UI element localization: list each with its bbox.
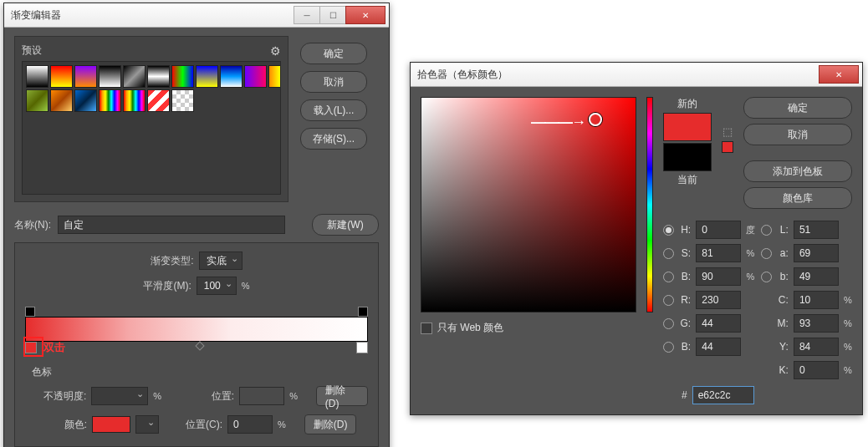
load-button[interactable]: 载入(L)... — [300, 99, 367, 121]
hash-label: # — [682, 389, 687, 401]
new-label: 新的 — [677, 97, 697, 111]
save-button[interactable]: 存储(S)... — [300, 128, 367, 150]
m-input[interactable] — [794, 314, 839, 333]
preset-swatch[interactable] — [50, 65, 73, 88]
preset-swatch[interactable] — [147, 65, 170, 88]
s-input[interactable] — [696, 244, 741, 262]
radio-bb[interactable] — [761, 272, 772, 282]
preset-panel: 预设 ⚙ — [14, 36, 288, 202]
posc-input[interactable] — [227, 415, 273, 434]
cp-ok-button[interactable]: 确定 — [743, 97, 852, 119]
h-input[interactable] — [696, 221, 741, 239]
cancel-button[interactable]: 取消 — [300, 71, 367, 93]
opacity-label: 不透明度: — [40, 389, 86, 404]
opacity-stop-left[interactable] — [25, 307, 35, 317]
opacity-stop-right[interactable] — [358, 307, 368, 317]
smooth-dropdown[interactable]: 100 — [197, 277, 237, 295]
web-only-checkbox[interactable] — [421, 323, 432, 334]
close-button[interactable]: ✕ — [345, 6, 385, 24]
maximize-button[interactable]: ☐ — [319, 6, 346, 24]
color-library-button[interactable]: 颜色库 — [743, 187, 852, 209]
minimize-button[interactable]: ─ — [294, 6, 320, 24]
radio-g[interactable] — [663, 318, 674, 329]
cur-label: 当前 — [677, 173, 697, 187]
window-title: 渐变编辑器 — [11, 8, 294, 23]
preset-scroll[interactable] — [22, 61, 281, 195]
gradient-bar[interactable]: 双击 — [25, 317, 368, 342]
cp-title: 拾色器（色标颜色） — [417, 68, 819, 82]
c-input[interactable] — [794, 291, 839, 309]
name-label: 名称(N): — [14, 218, 51, 232]
gamut-swatch[interactable] — [722, 141, 733, 153]
preset-swatch[interactable] — [99, 89, 121, 112]
bv-input[interactable] — [696, 338, 741, 356]
cp-cancel-button[interactable]: 取消 — [743, 124, 852, 145]
posc-label: 位置(C): — [176, 418, 222, 432]
radio-bv[interactable] — [663, 342, 674, 353]
cp-titlebar[interactable]: 拾色器（色标颜色） ✕ — [411, 63, 862, 87]
hue-strip[interactable] — [646, 97, 653, 312]
pos-label: 位置: — [188, 389, 234, 404]
radio-r[interactable] — [663, 295, 674, 306]
stops-label: 色标 — [32, 365, 368, 379]
opacity-input — [91, 387, 148, 405]
ok-button[interactable]: 确定 — [300, 43, 367, 64]
preset-label: 预设 — [22, 43, 42, 58]
gear-icon[interactable]: ⚙ — [270, 44, 281, 58]
y-input[interactable] — [794, 338, 839, 356]
preset-swatch[interactable] — [220, 65, 243, 88]
radio-a[interactable] — [761, 248, 772, 259]
bb-input[interactable] — [794, 267, 839, 286]
titlebar[interactable]: 渐变编辑器 ─ ☐ ✕ — [4, 3, 389, 28]
l-input[interactable] — [794, 221, 839, 239]
preset-swatch[interactable] — [123, 65, 146, 88]
r-input[interactable] — [696, 291, 741, 309]
color-dropdown[interactable] — [135, 415, 159, 434]
color-picker-dialog: 拾色器（色标颜色） ✕ ———→ 只有 Web 颜色 新的 当前 — [410, 62, 863, 415]
a-input[interactable] — [794, 244, 839, 262]
color-well[interactable] — [92, 416, 130, 433]
preset-swatch[interactable] — [99, 65, 121, 88]
preset-swatch[interactable] — [171, 65, 194, 88]
new-button[interactable]: 新建(W) — [312, 214, 379, 236]
cp-close-button[interactable]: ✕ — [819, 65, 859, 84]
g-input[interactable] — [696, 314, 741, 333]
preset-swatch[interactable] — [147, 89, 170, 112]
name-input[interactable] — [58, 216, 285, 234]
stop-annotation: 双击 — [43, 340, 65, 355]
add-swatch-button[interactable]: 添加到色板 — [743, 160, 852, 182]
sv-field[interactable] — [421, 97, 636, 312]
preset-swatch[interactable] — [26, 89, 49, 112]
preset-swatch[interactable] — [196, 65, 218, 88]
radio-l[interactable] — [761, 225, 772, 236]
radio-s[interactable] — [663, 248, 674, 259]
pos-input — [239, 387, 284, 405]
delete-color-button[interactable]: 删除(D) — [304, 414, 357, 434]
preset-swatch[interactable] — [268, 65, 281, 88]
grad-type-dropdown[interactable]: 实底 — [199, 251, 243, 270]
sv-cursor-icon — [589, 113, 602, 126]
percent-unit: % — [242, 281, 250, 291]
b-input[interactable] — [696, 267, 741, 286]
color-label: 颜色: — [40, 418, 87, 432]
preset-swatch[interactable] — [171, 89, 194, 112]
gamut-warning-icon[interactable]: ⬚ — [722, 125, 733, 138]
radio-b[interactable] — [663, 272, 674, 282]
current-color-swatch[interactable] — [663, 143, 712, 171]
radio-h[interactable] — [663, 225, 674, 236]
preset-swatch[interactable] — [74, 65, 97, 88]
preset-swatch[interactable] — [123, 89, 146, 112]
new-color-swatch[interactable] — [663, 113, 712, 141]
midpoint-stop[interactable] — [195, 341, 204, 350]
preset-swatch[interactable] — [244, 65, 267, 88]
grad-type-label: 渐变类型: — [151, 254, 193, 268]
preset-swatch[interactable] — [26, 65, 49, 88]
hex-input[interactable] — [692, 386, 754, 404]
web-only-label: 只有 Web 颜色 — [437, 321, 503, 335]
color-stop-right[interactable] — [356, 342, 368, 353]
smooth-label: 平滑度(M): — [143, 279, 191, 293]
k-input[interactable] — [794, 361, 839, 379]
preset-swatch[interactable] — [50, 89, 73, 112]
preset-swatch[interactable] — [74, 89, 97, 112]
stop-highlight-icon — [23, 337, 43, 357]
